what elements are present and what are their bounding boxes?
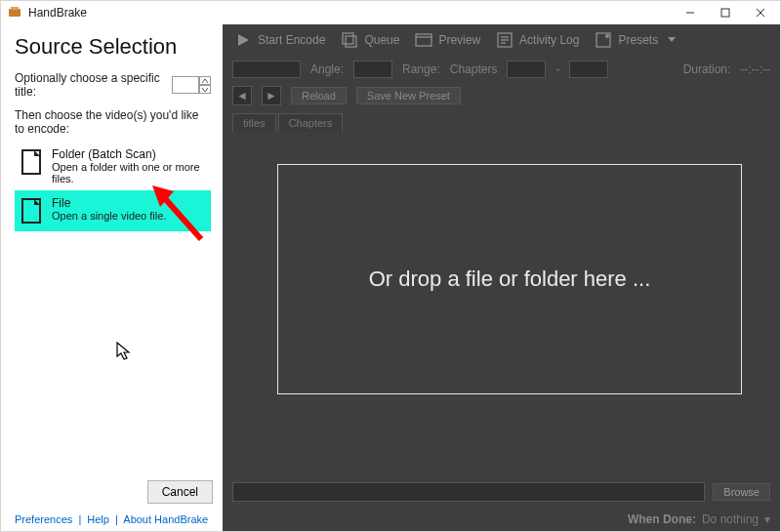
tab-chapters[interactable]: Chapters bbox=[278, 113, 344, 132]
about-link[interactable]: About HandBrake bbox=[123, 513, 208, 525]
through-label: - bbox=[555, 62, 559, 76]
link-separator: | bbox=[115, 513, 118, 525]
main-toolbar: Start Encode Queue Preview Activity Log … bbox=[223, 22, 780, 57]
svg-rect-3 bbox=[721, 9, 729, 17]
preferences-link[interactable]: Preferences bbox=[15, 513, 72, 525]
preset-prev-button[interactable]: ◄ bbox=[232, 86, 252, 105]
activity-log-label: Activity Log bbox=[519, 33, 579, 47]
drop-zone-text: Or drop a file or folder here ... bbox=[369, 266, 651, 292]
title-config-row: Angle: Range: Chapters - Duration: --:--… bbox=[223, 57, 780, 82]
tab-titles[interactable]: titles bbox=[232, 113, 276, 132]
file-option-title: File bbox=[52, 196, 166, 210]
range-value[interactable]: Chapters bbox=[450, 62, 498, 76]
folder-icon bbox=[21, 147, 44, 177]
activity-log-button[interactable]: Activity Log bbox=[490, 27, 585, 53]
presets-icon bbox=[595, 31, 612, 49]
svg-marker-23 bbox=[117, 343, 129, 359]
svg-line-21 bbox=[162, 195, 201, 239]
preview-icon bbox=[415, 31, 432, 49]
link-separator: | bbox=[78, 513, 81, 525]
when-done-caret: ▾ bbox=[764, 512, 770, 526]
duration-value: --:--:-- bbox=[740, 62, 770, 76]
when-done-label: When Done: bbox=[628, 512, 696, 526]
range-label: Range: bbox=[402, 62, 440, 76]
queue-button[interactable]: Queue bbox=[335, 27, 405, 53]
window-title: HandBrake bbox=[28, 6, 87, 20]
preview-button[interactable]: Preview bbox=[409, 27, 486, 53]
save-row: Browse bbox=[223, 478, 780, 506]
spinner-up-button[interactable] bbox=[199, 76, 211, 85]
save-path-input[interactable] bbox=[232, 482, 705, 502]
chapter-start-select[interactable] bbox=[507, 61, 546, 78]
svg-rect-0 bbox=[9, 9, 21, 17]
then-choose-label: Then choose the video(s) you'd like to e… bbox=[15, 108, 211, 136]
start-encode-label: Start Encode bbox=[258, 33, 325, 47]
preset-next-button[interactable]: ► bbox=[262, 86, 281, 105]
annotation-arrow bbox=[152, 185, 211, 244]
chapter-end-select[interactable] bbox=[569, 61, 608, 78]
play-icon bbox=[234, 31, 252, 49]
source-option-folder[interactable]: Folder (Batch Scan) Open a folder with o… bbox=[15, 142, 211, 190]
main-dimmed-area: Start Encode Queue Preview Activity Log … bbox=[223, 24, 780, 531]
queue-icon bbox=[341, 31, 358, 49]
source-selection-panel: Source Selection Optionally choose a spe… bbox=[1, 24, 223, 531]
title-spinner-input[interactable] bbox=[172, 76, 199, 94]
angle-label: Angle: bbox=[310, 62, 344, 76]
file-icon bbox=[21, 196, 44, 225]
svg-rect-9 bbox=[416, 34, 432, 46]
file-option-subtitle: Open a single video file. bbox=[52, 210, 166, 222]
start-encode-button[interactable]: Start Encode bbox=[228, 27, 331, 53]
preset-row: ◄ ► Reload Save New Preset bbox=[223, 82, 780, 109]
chevron-down-icon bbox=[668, 37, 676, 42]
tabs: titles Chapters bbox=[223, 109, 780, 132]
svg-rect-7 bbox=[343, 33, 353, 44]
specific-title-label: Optionally choose a specific title: bbox=[15, 71, 166, 99]
log-icon bbox=[496, 31, 514, 49]
close-button[interactable] bbox=[743, 1, 778, 24]
svg-point-16 bbox=[605, 34, 609, 38]
app-icon bbox=[7, 5, 22, 20]
title-spinner[interactable] bbox=[172, 76, 211, 94]
minimize-button[interactable] bbox=[673, 1, 708, 24]
reload-button[interactable]: Reload bbox=[291, 87, 347, 104]
drop-zone[interactable]: Or drop a file or folder here ... bbox=[277, 164, 742, 394]
folder-option-subtitle: Open a folder with one or more files. bbox=[52, 161, 205, 184]
when-done-value[interactable]: Do nothing bbox=[702, 512, 759, 526]
presets-button[interactable]: Presets bbox=[589, 27, 681, 53]
folder-option-title: Folder (Batch Scan) bbox=[52, 147, 205, 161]
cancel-button[interactable]: Cancel bbox=[147, 480, 213, 504]
save-new-preset-button[interactable]: Save New Preset bbox=[356, 87, 461, 104]
svg-marker-6 bbox=[238, 34, 249, 46]
svg-rect-8 bbox=[346, 36, 356, 47]
spinner-down-button[interactable] bbox=[199, 85, 211, 94]
preview-label: Preview bbox=[438, 33, 480, 47]
browse-button[interactable]: Browse bbox=[713, 483, 770, 501]
svg-rect-1 bbox=[11, 7, 19, 10]
duration-label: Duration: bbox=[683, 62, 731, 76]
angle-select[interactable] bbox=[353, 61, 392, 78]
footer-links: Preferences | Help | About HandBrake bbox=[15, 513, 208, 525]
queue-label: Queue bbox=[364, 33, 399, 47]
help-link[interactable]: Help bbox=[87, 513, 109, 525]
cursor-icon bbox=[116, 342, 132, 361]
presets-label: Presets bbox=[618, 33, 658, 47]
specific-title-row: Optionally choose a specific title: bbox=[15, 71, 211, 99]
maximize-button[interactable] bbox=[708, 1, 743, 24]
source-heading: Source Selection bbox=[15, 34, 211, 60]
titlebar: HandBrake bbox=[1, 1, 780, 24]
status-bar: When Done: Do nothing ▾ bbox=[223, 508, 780, 531]
title-select[interactable] bbox=[232, 61, 301, 78]
